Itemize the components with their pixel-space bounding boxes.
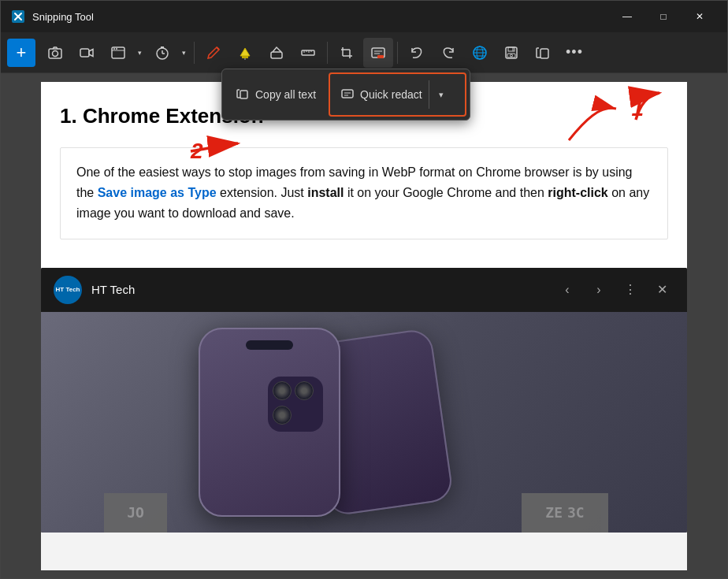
embed-header: HT Tech HT Tech ‹ › ⋮ ✕ (41, 268, 687, 312)
close-button[interactable]: ✕ (682, 4, 718, 29)
article-paragraph-2: extension. Just (217, 186, 308, 199)
svg-rect-15 (242, 56, 248, 58)
embed-controls: ‹ › ⋮ ✕ (555, 277, 674, 302)
highlighter-button[interactable] (230, 38, 260, 68)
window-select-arrow-button[interactable]: ▾ (133, 38, 146, 68)
copy-icon (236, 87, 249, 102)
svg-rect-18 (302, 50, 314, 55)
svg-rect-42 (240, 91, 247, 98)
copy-all-text-label: Copy all text (255, 88, 316, 101)
svg-rect-17 (271, 52, 282, 58)
article-paragraph-3: it on your Google Chrome and then (344, 186, 548, 199)
ruler-button[interactable] (293, 38, 323, 68)
maximize-button[interactable]: □ (645, 4, 682, 29)
redaction-overlay-2: ZE 3C (522, 493, 608, 533)
window-controls: — □ ✕ (609, 4, 718, 29)
share-button[interactable] (465, 38, 495, 68)
window-select-group: ▾ (103, 38, 146, 68)
svg-point-9 (116, 48, 117, 50)
redo-button[interactable] (433, 38, 463, 68)
quick-redact-label: Quick redact (360, 88, 422, 101)
eraser-button[interactable] (262, 38, 292, 68)
video-tool-button[interactable] (72, 38, 102, 68)
video-tool-group (72, 38, 102, 68)
phone-main (199, 328, 340, 517)
embed-title: HT Tech (91, 283, 545, 296)
embed-logo: HT Tech (54, 276, 82, 304)
quick-redact-chevron[interactable]: ▾ (429, 80, 454, 109)
embed-block: HT Tech HT Tech ‹ › ⋮ ✕ (41, 268, 687, 533)
camera-lens-2 (295, 381, 314, 400)
phone-camera-module (268, 377, 323, 432)
article-bold-2: right-click (548, 186, 607, 199)
embed-close-button[interactable]: ✕ (649, 277, 674, 302)
new-snip-button[interactable]: + (7, 39, 35, 67)
undo-button[interactable] (402, 38, 432, 68)
camera-lens-1 (273, 381, 292, 400)
separator-2 (327, 42, 328, 64)
svg-rect-5 (80, 49, 89, 57)
pen-red-button[interactable] (199, 38, 228, 68)
svg-point-40 (511, 54, 513, 57)
timer-arrow-button[interactable]: ▾ (177, 38, 190, 68)
phone-notch (246, 340, 293, 350)
save-button[interactable] (496, 38, 526, 68)
app-window: Snipping Tool — □ ✕ + (0, 0, 728, 579)
separator-3 (397, 42, 398, 64)
timer-button[interactable] (147, 38, 177, 68)
svg-rect-41 (540, 49, 548, 58)
svg-point-8 (113, 48, 115, 50)
toolbar: + (1, 32, 727, 73)
more-options-button[interactable]: ••• (559, 38, 589, 68)
content-area: 1. Chrome Extension One of the easiest w… (1, 73, 727, 578)
article-link[interactable]: Save image as Type (98, 186, 217, 199)
quick-redact-item[interactable]: Quick redact ▾ (329, 72, 466, 117)
crop-button[interactable] (332, 38, 362, 68)
timer-group: ▾ (147, 38, 190, 68)
embed-image-area: JO ZE 3C (41, 312, 687, 533)
svg-rect-43 (342, 90, 353, 98)
camera-lens-3 (273, 406, 292, 425)
redact-item-icon (341, 87, 354, 102)
embed-prev-button[interactable]: ‹ (555, 277, 580, 302)
svg-point-4 (53, 50, 58, 56)
copy-button[interactable] (528, 38, 558, 68)
svg-rect-30 (377, 55, 384, 58)
screenshot-content: 1. Chrome Extension One of the easiest w… (41, 82, 687, 570)
redact-ocr-button[interactable] (363, 38, 393, 68)
article-text-box: One of the easiest ways to stop images f… (60, 147, 668, 239)
minimize-button[interactable]: — (609, 4, 645, 29)
app-icon (10, 9, 26, 24)
text-actions-dropdown: Copy all text Quick redact ▾ (221, 69, 470, 121)
copy-all-text-item[interactable]: Copy all text (225, 81, 327, 109)
screenshot-tool-button[interactable] (40, 38, 70, 68)
title-bar: Snipping Tool — □ ✕ (1, 1, 727, 32)
article-bold-1: install (307, 186, 344, 199)
embed-next-button[interactable]: › (586, 277, 611, 302)
embed-menu-button[interactable]: ⋮ (618, 277, 643, 302)
separator-1 (194, 42, 195, 64)
window-select-button[interactable] (103, 38, 133, 68)
window-title: Snipping Tool (32, 11, 603, 23)
redaction-overlay-1: JO (104, 493, 167, 533)
